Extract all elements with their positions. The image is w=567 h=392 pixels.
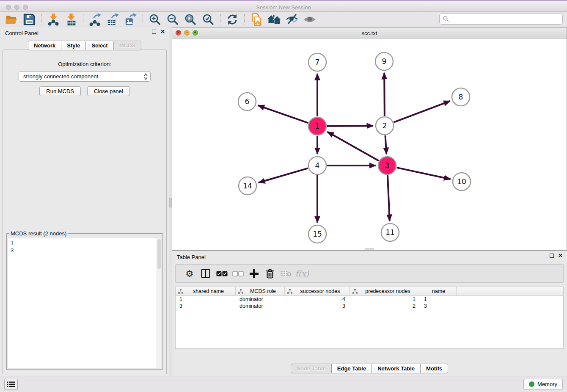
task-history-button[interactable] (4, 379, 18, 390)
cell-name[interactable]: 1 (420, 296, 457, 303)
tab-edge-table[interactable]: Edge Table (332, 364, 372, 373)
table-panel-tabs: Node Table Edge Table Network Table Moti… (172, 364, 567, 373)
eye-slash-icon (285, 13, 299, 26)
mcds-result-values: 1 3 (8, 238, 161, 255)
graph-edge-3-11[interactable] (388, 175, 390, 221)
toolbar-separator (143, 14, 143, 25)
graph-edge-4-14[interactable] (259, 168, 308, 182)
hide-selected-button[interactable] (283, 13, 301, 26)
network-window-titlebar[interactable]: ✕ − + scc.txt (172, 28, 567, 39)
float-table-panel-icon[interactable] (550, 254, 554, 258)
toolbar-separator (244, 14, 245, 25)
graph-edge-3-1[interactable] (328, 132, 379, 160)
graph-edge-3-10[interactable] (396, 168, 450, 179)
export-table-icon (107, 13, 119, 26)
mcds-result-group: MCDS result (2 nodes) 1 3 (6, 230, 163, 370)
apply-layout-button[interactable] (223, 13, 241, 26)
open-folder-icon (5, 14, 18, 25)
open-session-button[interactable] (3, 13, 20, 26)
tab-network[interactable]: Network (28, 41, 61, 50)
tab-select[interactable]: Select (86, 41, 113, 50)
select-all-button[interactable] (214, 266, 230, 281)
zoom-in-button[interactable] (146, 13, 164, 26)
tab-network-table[interactable]: Network Table (372, 364, 421, 373)
graph-node-label-6: 6 (245, 97, 250, 106)
cell-predecessor-nodes[interactable]: 1 (350, 296, 420, 303)
graph-node-label-2: 2 (383, 121, 387, 130)
network-view-window: ✕ − + scc.txt 7968124314101511 (172, 27, 567, 251)
column-header-mcds-role[interactable]: MCDS role (236, 287, 285, 295)
home-icon (267, 14, 281, 25)
column-header-successor-nodes[interactable]: successor nodes (285, 287, 350, 295)
graph-edge-2-3[interactable] (385, 135, 386, 154)
result-scrollbar[interactable] (157, 238, 161, 368)
horizontal-splitter-grip[interactable] (365, 248, 374, 250)
close-panel-icon[interactable]: ✕ (160, 30, 165, 34)
table-toolbar: ⚙ (175, 264, 564, 283)
table-row[interactable]: 3 dominator 3 2 3 (176, 303, 563, 309)
create-column-button[interactable] (246, 266, 262, 281)
refresh-icon (226, 14, 238, 25)
copy-network-document-icon (250, 13, 263, 26)
graph-edge-1-2[interactable] (327, 126, 373, 126)
import-table-button[interactable] (62, 13, 80, 26)
clone-network-button[interactable] (248, 13, 265, 26)
export-network-icon (89, 13, 102, 26)
cell-predecessor-nodes[interactable]: 2 (350, 303, 420, 309)
save-icon (23, 14, 35, 25)
cell-mcds-role[interactable]: dominator (236, 303, 285, 309)
tab-mcds[interactable]: MCDS (114, 41, 141, 50)
network-graph[interactable]: 7968124314101511 (172, 39, 567, 250)
cell-successor-nodes[interactable]: 4 (285, 296, 350, 303)
zoom-out-button[interactable] (164, 13, 182, 26)
zoom-selected-button[interactable] (199, 13, 217, 26)
cell-mcds-role[interactable]: dominator (236, 296, 285, 303)
search-input[interactable] (451, 16, 559, 23)
network-canvas[interactable]: 7968124314101511 (172, 39, 567, 250)
column-visibility-button[interactable] (198, 266, 214, 281)
cell-name[interactable]: 3 (420, 303, 457, 309)
graph-node-label-14: 14 (243, 182, 252, 190)
column-header-shared-name[interactable]: shared name (176, 287, 236, 295)
graph-node-label-8: 8 (459, 93, 463, 101)
close-panel-button[interactable]: Close panel (87, 86, 130, 96)
app-titlebar: Session: New Session (0, 0, 567, 12)
cell-shared-name[interactable]: 3 (176, 303, 236, 309)
criterion-value: strongly connected component (23, 73, 98, 80)
show-all-button[interactable] (301, 13, 319, 26)
save-session-button[interactable] (20, 13, 38, 26)
zoom-fit-button[interactable] (182, 13, 199, 26)
table-row[interactable]: 1 dominator 4 1 1 (176, 296, 563, 303)
home-networks-button[interactable] (265, 13, 283, 26)
export-image-button[interactable] (122, 13, 140, 26)
column-header-predecessor-nodes[interactable]: predecessor nodes (350, 287, 420, 295)
column-header-name[interactable]: name (420, 287, 457, 295)
memory-button[interactable]: Memory (523, 379, 563, 390)
search-icon (443, 16, 449, 22)
tab-node-table[interactable]: Node Table (291, 364, 332, 373)
import-table-icon (65, 13, 77, 26)
result-scrollbar-thumb[interactable] (157, 239, 161, 269)
float-panel-icon[interactable] (152, 30, 156, 34)
tab-style[interactable]: Style (61, 41, 86, 50)
import-network-button[interactable] (44, 13, 62, 26)
export-table-button[interactable] (104, 13, 122, 26)
cell-shared-name[interactable]: 1 (176, 296, 236, 303)
function-builder-button-disabled: f(x) (294, 266, 310, 281)
graph-edge-2-9[interactable] (384, 73, 385, 116)
export-network-button[interactable] (86, 13, 104, 26)
status-bar: Memory (0, 376, 567, 392)
delete-column-button[interactable] (262, 266, 278, 281)
graph-edge-2-8[interactable] (394, 101, 450, 122)
deselect-all-button[interactable] (230, 266, 246, 281)
run-mcds-button[interactable]: Run MCDS (39, 86, 81, 96)
graph-node-label-1: 1 (315, 122, 320, 130)
close-table-panel-icon[interactable]: ✕ (558, 254, 563, 258)
criterion-select[interactable]: strongly connected component (19, 71, 151, 82)
zoom-selected-icon (202, 13, 215, 26)
mcds-result-area[interactable]: 1 3 (8, 238, 161, 368)
tab-motifs[interactable]: Motifs (421, 364, 448, 373)
table-settings-button[interactable]: ⚙ (182, 266, 198, 281)
graph-edge-1-6[interactable] (258, 105, 308, 123)
cell-successor-nodes[interactable]: 3 (285, 303, 350, 309)
